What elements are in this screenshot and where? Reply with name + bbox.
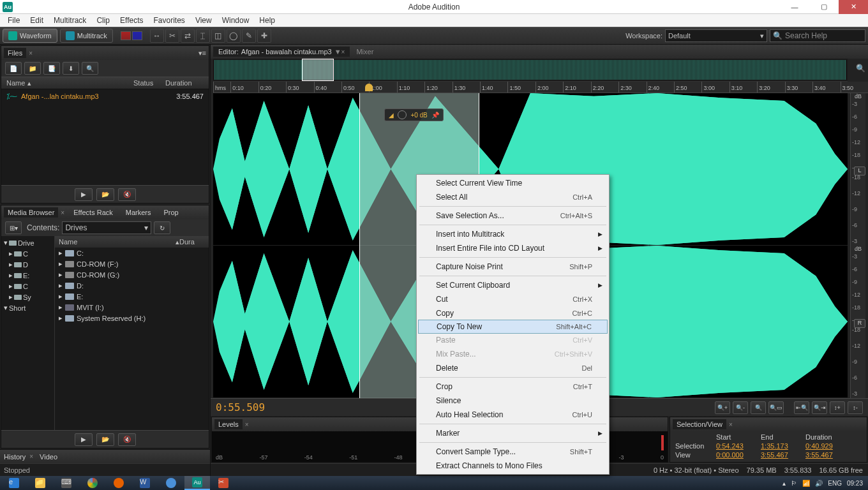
list-item[interactable]: ▸C:: [55, 248, 209, 258]
selection-duration[interactable]: 0:40.929: [805, 442, 850, 450]
zoom-in-button[interactable]: 🔍+: [715, 401, 730, 414]
menu-window[interactable]: Window: [217, 15, 255, 26]
multitrack-mode-button[interactable]: Multitrack: [60, 29, 113, 43]
context-menu-item[interactable]: Marker▶: [418, 426, 608, 440]
taskbar-keyboard[interactable]: ⌨: [54, 476, 79, 490]
import-button[interactable]: 📁: [24, 62, 41, 75]
taskbar-ie[interactable]: e: [1, 476, 27, 490]
col-duration[interactable]: Duration: [165, 79, 204, 87]
list-col-name[interactable]: Name: [59, 238, 176, 246]
markers-tab[interactable]: Markers: [122, 207, 155, 218]
tray-volume-icon[interactable]: 🔊: [815, 480, 823, 487]
taskbar-explorer[interactable]: 📁: [27, 476, 53, 490]
loop-button[interactable]: 📂: [96, 433, 114, 446]
context-menu-item[interactable]: Set Current Clipboard▶: [418, 278, 608, 292]
menu-multitrack[interactable]: Multitrack: [49, 15, 91, 26]
list-item[interactable]: ▸E:: [55, 291, 209, 302]
close-icon[interactable]: ×: [29, 50, 33, 57]
zoom-vertical-out-button[interactable]: ↕-: [848, 401, 863, 414]
autoplay-button[interactable]: 🔇: [118, 433, 136, 446]
list-item[interactable]: ▸D:: [55, 280, 209, 291]
zoom-in-start-button[interactable]: ⇤🔍: [794, 401, 809, 414]
zoom-out-button[interactable]: 🔍-: [733, 401, 748, 414]
new-file-button[interactable]: 📑: [43, 62, 60, 75]
context-menu-item[interactable]: Insert into Multitrack▶: [418, 227, 608, 241]
gain-knob[interactable]: [398, 110, 407, 119]
video-tab[interactable]: Video: [40, 453, 57, 461]
tree-item[interactable]: ▸E:: [1, 270, 54, 281]
contents-select[interactable]: Drives▾: [62, 221, 151, 234]
hud-volume[interactable]: ◢ +0 dB 📌: [384, 108, 443, 121]
autoplay-button[interactable]: 🔇: [118, 188, 136, 201]
context-menu-item[interactable]: CutCtrl+X: [418, 292, 608, 306]
context-menu-item[interactable]: CropCtrl+T: [418, 380, 608, 394]
spectral-freq-button[interactable]: [121, 31, 131, 40]
taskbar-app[interactable]: [158, 476, 184, 490]
view-end[interactable]: 3:55.467: [761, 451, 805, 459]
brush-tool[interactable]: ✎: [242, 29, 256, 43]
tray-network-icon[interactable]: 📶: [802, 480, 810, 487]
close-icon[interactable]: ×: [61, 209, 64, 216]
selection-view-tab[interactable]: Selection/View: [673, 419, 726, 429]
list-item[interactable]: ▸CD-ROM (F:): [55, 258, 209, 269]
tree-item[interactable]: ▸Sy: [1, 292, 54, 302]
selection-end[interactable]: 1:35.173: [761, 442, 805, 450]
effects-rack-tab[interactable]: Effects Rack: [70, 207, 117, 218]
context-menu-item[interactable]: Auto Heal SelectionCtrl+U: [418, 408, 608, 422]
properties-tab[interactable]: Prop: [160, 207, 182, 218]
history-tab[interactable]: History: [4, 453, 26, 461]
mixer-tab[interactable]: Mixer: [351, 47, 378, 57]
zoom-full-button[interactable]: 🔍: [751, 401, 766, 414]
context-menu-item[interactable]: Silence: [418, 394, 608, 408]
close-icon[interactable]: ×: [341, 48, 345, 56]
filter-button[interactable]: 🔍: [82, 62, 98, 75]
heal-tool[interactable]: ✚: [257, 29, 271, 43]
list-col-duration[interactable]: Dura: [179, 238, 205, 246]
lasso-tool[interactable]: ◯: [227, 29, 241, 43]
list-item[interactable]: ▸System Reserved (H:): [55, 313, 209, 323]
tree-item[interactable]: ▸C: [1, 248, 54, 259]
menu-file[interactable]: File: [3, 15, 25, 26]
media-browser-tab[interactable]: Media Browser: [4, 207, 58, 218]
time-ruler[interactable]: hms 0:10 0:20 0:30 0:40 0:50 1:00 1:10 1…: [213, 82, 868, 93]
menu-effects[interactable]: Effects: [115, 15, 148, 26]
tray-lang[interactable]: ENG: [828, 480, 842, 487]
maximize-button[interactable]: ▢: [809, 0, 839, 14]
spectral-pitch-button[interactable]: [132, 31, 142, 40]
menu-favorites[interactable]: Favorites: [149, 15, 190, 26]
view-duration[interactable]: 3:55.467: [805, 451, 850, 459]
close-button[interactable]: ✕: [839, 0, 868, 14]
files-tab[interactable]: Files: [4, 48, 26, 58]
levels-tab[interactable]: Levels: [214, 419, 243, 429]
col-name[interactable]: Name: [6, 79, 25, 87]
tree-item[interactable]: ▸D: [1, 259, 54, 270]
move-tool[interactable]: ↔: [150, 29, 164, 43]
tray-chevron-icon[interactable]: ▴: [782, 480, 786, 487]
zoom-in-end-button[interactable]: 🔍⇥: [812, 401, 827, 414]
tray-clock[interactable]: 09:23: [847, 480, 863, 487]
channel-right-badge[interactable]: R: [854, 319, 865, 328]
context-menu-item[interactable]: Extract Channels to Mono Files: [418, 459, 608, 473]
zoom-selection-button[interactable]: 🔍▭: [768, 401, 784, 414]
record-button[interactable]: ⬇: [63, 62, 79, 75]
play-button[interactable]: ▶: [75, 188, 93, 201]
context-menu-item[interactable]: Capture Noise PrintShift+P: [418, 260, 608, 274]
tree-item[interactable]: ▾ Drive: [1, 237, 54, 248]
waveform-mode-button[interactable]: Waveform: [3, 29, 57, 43]
zoom-vertical-in-button[interactable]: ↕+: [830, 401, 845, 414]
zoom-icon[interactable]: 🔍: [856, 64, 865, 73]
taskbar-audition[interactable]: Au: [184, 476, 210, 490]
context-menu-item[interactable]: CopyCtrl+C: [418, 306, 608, 320]
selection-start[interactable]: 0:54.243: [716, 442, 761, 450]
minimize-button[interactable]: —: [780, 0, 809, 14]
context-menu-item[interactable]: Save Selection As...Ctrl+Alt+S: [418, 209, 608, 223]
taskbar-chrome[interactable]: [80, 476, 105, 490]
slip-tool[interactable]: ⇄: [181, 29, 195, 43]
playhead-marker[interactable]: [365, 84, 373, 91]
marquee-tool[interactable]: ◫: [211, 29, 225, 43]
overview-selection[interactable]: [302, 59, 334, 81]
list-item[interactable]: ▸MVIT (I:): [55, 302, 209, 313]
menu-help[interactable]: Help: [254, 15, 280, 26]
editor-tab[interactable]: Editor: Afgan - bawalah cintaku.mp3 ▼ ×: [213, 47, 350, 57]
browser-filter-button[interactable]: ⊞▾: [5, 221, 22, 234]
